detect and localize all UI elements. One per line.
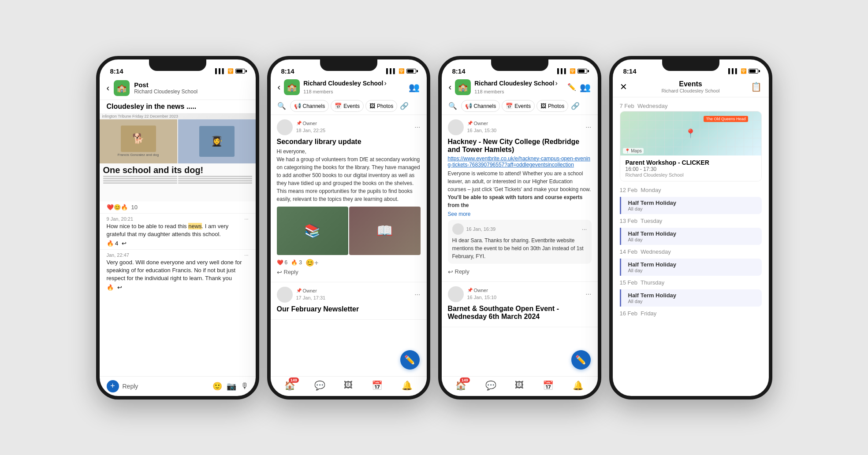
inline-more[interactable]: ···	[582, 226, 587, 233]
post-2-meta: 📌 Owner 17 Jan, 17:31	[296, 288, 326, 301]
reply-react-2[interactable]: ↩	[117, 284, 122, 291]
owner-icon: 📌	[296, 121, 302, 126]
school-name: Richard Cloudesley School	[134, 89, 197, 95]
library-img-2: 📖	[349, 207, 421, 255]
phone-1-status-icons: ▌▌▌ 🛜	[215, 68, 245, 74]
reply-input[interactable]: Reply	[123, 383, 209, 390]
nav-media[interactable]: 🖼	[344, 380, 353, 390]
date-header-13feb: 13 Feb Tuesday	[613, 216, 769, 226]
post-3-2-meta: 📌 Owner 16 Jan, 15:10	[467, 288, 497, 301]
owner-icon-2: 📌	[296, 288, 302, 293]
nav-bell[interactable]: 🔔	[402, 380, 413, 391]
battery-icon	[406, 69, 416, 74]
tab-channels[interactable]: 📢 Channels	[290, 100, 329, 112]
more-button[interactable]: ···	[414, 123, 420, 131]
more-button-2[interactable]: ···	[414, 291, 420, 299]
members-count-3: 118 members	[474, 89, 504, 94]
heart-react[interactable]: ❤️ 6	[277, 259, 288, 266]
comment-1-more[interactable]: ···	[244, 216, 248, 222]
reply-icons: 🙂 📷 🎙	[212, 381, 249, 391]
event-item-13feb[interactable]: Half Term Holiday All day	[620, 228, 762, 245]
battery-icon	[577, 69, 587, 74]
compose-button[interactable]: ✏️	[400, 350, 420, 370]
post-2-time: 17 Jan, 17:31	[296, 295, 326, 300]
tab-events-3[interactable]: 📅 Events	[502, 100, 535, 112]
tab-photos[interactable]: 🖼 Photos	[365, 100, 397, 112]
nav-calendar[interactable]: 📅	[372, 380, 383, 391]
chat-icon: 💬	[314, 380, 325, 391]
nav-chat-3[interactable]: 💬	[485, 380, 496, 391]
events-subtitle: Richard Cloudesley School	[631, 88, 751, 93]
comment-2-more[interactable]: ···	[244, 252, 248, 258]
owner-label: Owner	[303, 121, 317, 126]
tab-channels-label: Channels	[303, 103, 325, 109]
date-header-12feb: 12 Feb Monday	[613, 185, 769, 195]
emoji-icon[interactable]: 🙂	[212, 381, 222, 391]
phone-4-content: ✕ Events Richard Cloudesley School 📋 7 F…	[613, 77, 769, 396]
more-button-3[interactable]: ···	[585, 123, 591, 131]
post-3-2-title: Barnet & Southgate Open Event - Wednesda…	[448, 305, 592, 321]
camera-icon[interactable]: 📷	[227, 381, 236, 391]
owner-icon-3: 📌	[467, 121, 473, 126]
reply-react[interactable]: ↩	[122, 240, 127, 247]
nav-home-3[interactable]: 🏠 149	[455, 380, 466, 391]
back-button[interactable]: ‹	[107, 83, 110, 93]
add-react[interactable]: 😊+	[305, 259, 318, 267]
library-img-1: 📚	[277, 207, 348, 255]
close-button[interactable]: ✕	[620, 81, 627, 92]
reply-button[interactable]: ↩ Reply	[277, 267, 421, 277]
map-pin-icon: 📍	[685, 128, 696, 139]
fire-react[interactable]: 🔥 4	[107, 240, 119, 247]
edit-icon[interactable]: ✏️	[567, 83, 576, 91]
members-count: 118 members	[303, 89, 333, 94]
nav-bell-3[interactable]: 🔔	[573, 380, 584, 391]
fire-react-2[interactable]: 🔥	[107, 284, 114, 291]
fire-react[interactable]: 🔥 3	[291, 259, 302, 266]
back-button[interactable]: ‹	[278, 82, 281, 92]
search-button-3[interactable]: 🔍	[446, 100, 459, 113]
nav-calendar-3[interactable]: 📅	[543, 380, 554, 391]
group-settings-icon[interactable]: 👥	[409, 82, 420, 92]
calendar-icon: 📅	[372, 380, 383, 391]
events-title: Events	[631, 80, 751, 88]
nav-media-3[interactable]: 🖼	[515, 380, 524, 390]
more-button-3-2[interactable]: ···	[585, 290, 591, 298]
event-item-14feb[interactable]: Half Term Holiday All day	[620, 259, 762, 276]
events-title-block: Events Richard Cloudesley School	[631, 80, 751, 93]
signal-icon: ▌▌▌	[215, 68, 225, 74]
channels-icon: 📢	[294, 103, 301, 109]
nav-home[interactable]: 🏠 149	[284, 380, 295, 391]
post-3-1-link[interactable]: https://www.eventbrite.co.uk/e/hackney-c…	[448, 155, 592, 168]
inline-comment-time: 16 Jan, 16:39	[466, 226, 496, 232]
compose-button-3[interactable]: ✏️	[571, 350, 591, 370]
newspaper-right-img: 👩‍🎓	[178, 119, 256, 163]
tab-events[interactable]: 📅 Events	[331, 100, 364, 112]
battery-icon	[235, 69, 245, 74]
phone-3-notch	[491, 59, 548, 71]
back-button[interactable]: ‹	[449, 82, 452, 92]
post-3-1-time: 16 Jan, 15:30	[467, 128, 497, 133]
tab-photos-3[interactable]: 🖼 Photos	[536, 100, 568, 112]
search-button[interactable]: 🔍	[275, 100, 288, 113]
bottom-nav: 🏠 149 💬 🖼 📅 🔔	[271, 376, 427, 396]
add-button[interactable]: +	[107, 380, 119, 392]
reply-button-3[interactable]: ↩ Reply	[448, 266, 592, 277]
phones-container: 8:14 ▌▌▌ 🛜 ‹ 🏫 Post Richard Cloudesley S…	[96, 56, 772, 400]
event-item-15feb[interactable]: Half Term Holiday All day	[620, 289, 762, 307]
comment-1: 9 Jan, 20:21 ··· How nice to be able to …	[100, 213, 256, 249]
see-more-button[interactable]: See more	[448, 211, 592, 217]
wifi-icon: 🛜	[570, 68, 576, 74]
add-event-button[interactable]: 📋	[751, 81, 762, 92]
mic-icon[interactable]: 🎙	[241, 381, 249, 391]
event-item-12feb[interactable]: Half Term Holiday All day	[620, 197, 762, 214]
post-item-1: 📌 Owner 18 Jan, 22:25 ··· Secondary libr…	[271, 115, 427, 282]
post-3-1-header: 📌 Owner 16 Jan, 15:30 ···	[448, 119, 592, 135]
school-name-3: Richard Cloudesley School	[474, 80, 554, 87]
map-event-card[interactable]: The Old Queens Head 📍 📍 Maps Parent Work…	[620, 111, 762, 181]
tab-photos-label-3: Photos	[548, 103, 564, 109]
nav-chat[interactable]: 💬	[314, 380, 325, 391]
highlighted-word: news	[188, 223, 201, 229]
group-settings-icon-3[interactable]: 👥	[580, 82, 591, 92]
chevron-icon: ›	[384, 79, 386, 87]
tab-channels-3[interactable]: 📢 Channels	[461, 100, 500, 112]
